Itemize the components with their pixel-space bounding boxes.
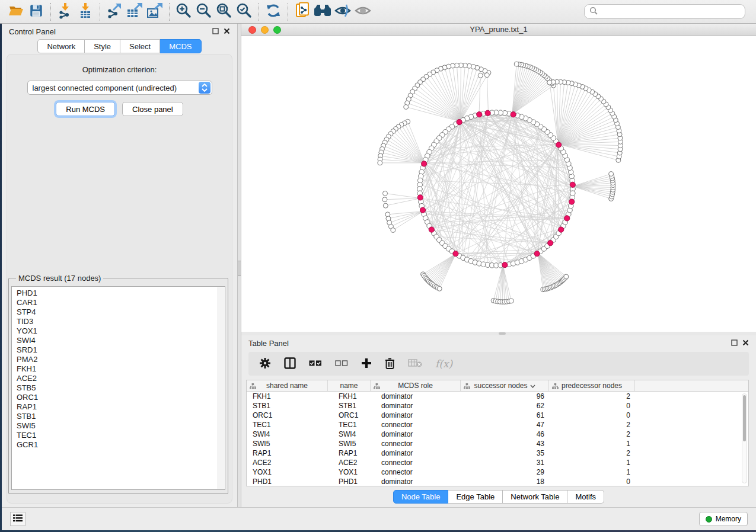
zoom-fit-button[interactable] bbox=[214, 2, 234, 22]
mcds-result-item[interactable]: PHD1 bbox=[17, 289, 225, 298]
optimization-criterion-select[interactable]: largest connected component (undirected) bbox=[27, 81, 212, 95]
export-table-button[interactable] bbox=[125, 2, 145, 22]
mcds-result-item[interactable]: STB5 bbox=[17, 383, 225, 393]
table-row[interactable]: PHD1PHD1dominator180 bbox=[247, 477, 748, 486]
cell: PHD1 bbox=[328, 477, 371, 486]
network-window-titlebar[interactable]: YPA_prune.txt_1 bbox=[241, 24, 756, 36]
horizontal-splitter[interactable] bbox=[241, 332, 756, 335]
close-panel-button[interactable]: Close panel bbox=[122, 102, 183, 116]
zoom-in-button[interactable] bbox=[174, 2, 194, 22]
table-row[interactable]: ORC1ORC1dominator610 bbox=[247, 411, 748, 420]
column-header-name[interactable]: name bbox=[328, 380, 371, 391]
mcds-result-list[interactable]: PHD1CAR1STP4TID3YOX1SWI4SRD1PMA2FKH1ACE2… bbox=[11, 286, 225, 490]
task-history-button[interactable] bbox=[10, 512, 25, 526]
function-builder-button[interactable]: f(x) bbox=[435, 358, 452, 370]
table-row[interactable]: SWI4SWI4dominator462 bbox=[247, 430, 748, 439]
tab-network-table[interactable]: Network Table bbox=[503, 490, 567, 504]
cell: dominator bbox=[371, 402, 461, 410]
toolbar-separator bbox=[50, 3, 51, 21]
tab-edge-table[interactable]: Edge Table bbox=[448, 490, 503, 504]
import-table-button[interactable] bbox=[75, 2, 95, 22]
column-header-predecessor-nodes[interactable]: predecessor nodes bbox=[549, 380, 635, 391]
tab-mcds[interactable]: MCDS bbox=[160, 39, 201, 53]
table-row[interactable]: SWI5SWI5connector431 bbox=[247, 439, 748, 448]
share-network-button[interactable] bbox=[292, 2, 312, 22]
table-row[interactable]: RAP1RAP1dominator352 bbox=[247, 448, 748, 458]
tab-motifs[interactable]: Motifs bbox=[567, 490, 604, 504]
search-input[interactable] bbox=[601, 7, 740, 16]
mcds-result-item[interactable]: PMA2 bbox=[17, 355, 225, 364]
tab-select[interactable]: Select bbox=[120, 39, 160, 53]
show-columns-button[interactable] bbox=[284, 357, 296, 371]
table-scrollbar[interactable] bbox=[742, 393, 747, 483]
mcds-result-item[interactable]: TEC1 bbox=[17, 431, 225, 440]
result-list-scrollbar[interactable] bbox=[218, 287, 224, 489]
horizontal-splitter-handle[interactable] bbox=[499, 332, 506, 335]
window-zoom-light[interactable] bbox=[273, 26, 281, 34]
search-field[interactable] bbox=[584, 4, 745, 19]
open-session-button[interactable] bbox=[6, 2, 26, 22]
mcds-result-item[interactable]: TID3 bbox=[17, 317, 225, 326]
table-row[interactable]: TEC1TEC1connector472 bbox=[247, 420, 748, 430]
save-session-button[interactable] bbox=[26, 2, 46, 22]
table-row[interactable]: STB1STB1dominator620 bbox=[247, 401, 748, 411]
show-graphics-details-button[interactable] bbox=[353, 2, 373, 22]
hide-graphics-details-button[interactable] bbox=[333, 2, 353, 22]
cell: 61 bbox=[461, 411, 549, 419]
tab-network[interactable]: Network bbox=[37, 39, 85, 53]
cell: TEC1 bbox=[328, 421, 371, 429]
mcds-result-item[interactable]: YOX1 bbox=[17, 326, 225, 336]
deselect-all-button[interactable] bbox=[335, 360, 348, 368]
mcds-result-item[interactable]: GCR1 bbox=[17, 440, 225, 450]
mcds-result-item[interactable]: SWI5 bbox=[17, 421, 225, 431]
mcds-result-item[interactable]: ACE2 bbox=[17, 374, 225, 383]
run-mcds-button[interactable]: Run MCDS bbox=[56, 102, 115, 116]
mcds-result-item[interactable]: STB1 bbox=[17, 412, 225, 421]
import-network-button[interactable] bbox=[55, 2, 75, 22]
network-overview-button[interactable] bbox=[312, 2, 333, 22]
window-minimize-light[interactable] bbox=[261, 26, 269, 34]
export-network-button[interactable] bbox=[104, 2, 125, 22]
refresh-view-button[interactable] bbox=[263, 2, 283, 22]
table-options-button[interactable] bbox=[259, 357, 271, 371]
zoom-in-icon bbox=[176, 2, 192, 21]
tab-node-table[interactable]: Node Table bbox=[393, 490, 449, 504]
cell: dominator bbox=[371, 392, 461, 400]
eye-slash-icon bbox=[333, 3, 352, 20]
select-all-button[interactable] bbox=[309, 360, 322, 368]
close-panel-icon[interactable] bbox=[742, 339, 749, 348]
vertical-splitter[interactable] bbox=[237, 24, 241, 507]
mcds-result-item[interactable]: SWI4 bbox=[17, 336, 225, 345]
network-canvas[interactable] bbox=[241, 36, 756, 332]
mcds-result-item[interactable]: SRD1 bbox=[17, 345, 225, 355]
column-header-shared-name[interactable]: shared name bbox=[247, 380, 328, 391]
mcds-result-item[interactable]: CAR1 bbox=[17, 298, 225, 307]
column-label: successor nodes bbox=[474, 382, 527, 390]
float-panel-icon[interactable] bbox=[212, 27, 219, 36]
add-column-button[interactable] bbox=[361, 358, 372, 370]
cell: connector bbox=[371, 440, 461, 448]
zoom-out-button[interactable] bbox=[194, 2, 214, 22]
table-row[interactable]: ACE2ACE2connector311 bbox=[247, 458, 748, 467]
close-panel-icon[interactable] bbox=[224, 27, 230, 36]
mcds-result-item[interactable]: ORC1 bbox=[17, 393, 225, 402]
vertical-splitter-handle[interactable] bbox=[238, 261, 241, 276]
table-row[interactable]: FKH1FKH1dominator962 bbox=[247, 392, 748, 401]
memory-button[interactable]: Memory bbox=[699, 512, 748, 526]
delete-columns-button[interactable] bbox=[385, 357, 395, 371]
column-header-MCDS-role[interactable]: MCDS role bbox=[371, 380, 461, 391]
export-image-button[interactable] bbox=[145, 2, 165, 22]
tab-style[interactable]: Style bbox=[85, 39, 120, 53]
float-panel-icon[interactable] bbox=[731, 339, 738, 348]
delete-table-button[interactable] bbox=[408, 358, 422, 370]
table-header-row: shared namenameMCDS rolesuccessor nodesp… bbox=[247, 380, 748, 392]
window-close-light[interactable] bbox=[248, 26, 256, 34]
table-scrollbar-thumb[interactable] bbox=[743, 395, 746, 441]
column-header-successor-nodes[interactable]: successor nodes bbox=[461, 380, 549, 391]
mcds-result-item[interactable]: STP4 bbox=[17, 307, 225, 317]
table-row[interactable]: YOX1YOX1connector291 bbox=[247, 467, 748, 477]
mcds-result-item[interactable]: RAP1 bbox=[17, 402, 225, 412]
mcds-result-item[interactable]: FKH1 bbox=[17, 364, 225, 374]
zoom-selected-button[interactable] bbox=[234, 2, 254, 22]
cell: 0 bbox=[549, 411, 635, 419]
